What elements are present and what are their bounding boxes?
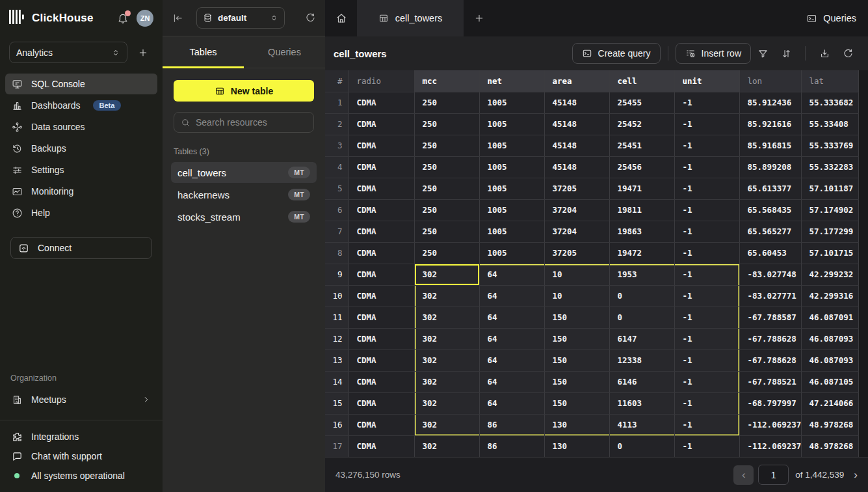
grid-cell[interactable]: 37204 [544, 199, 609, 221]
grid-cell[interactable]: 19863 [609, 221, 674, 242]
grid-cell[interactable]: 48.978268 [801, 435, 858, 457]
grid-cell[interactable]: 4113 [609, 414, 674, 435]
grid-cell[interactable]: CDMA [349, 199, 414, 221]
grid-cell[interactable]: 1005 [479, 178, 544, 199]
grid-cell[interactable]: CDMA [349, 392, 414, 414]
sidebar-item-settings[interactable]: Settings [5, 159, 157, 180]
sidebar-item-dashboards[interactable]: Dashboards Beta [5, 95, 157, 116]
grid-cell[interactable]: 150 [544, 349, 609, 371]
grid-cell[interactable]: CDMA [349, 113, 414, 135]
grid-row-number[interactable]: 7 [325, 221, 349, 242]
grid-cell[interactable]: -1 [674, 264, 739, 285]
page-prev-button[interactable]: ‹ [733, 465, 754, 485]
grid-cell[interactable]: 25452 [609, 113, 674, 135]
grid-cell[interactable]: 1005 [479, 113, 544, 135]
grid-cell[interactable]: 55.33408 [801, 113, 858, 135]
grid-cell[interactable]: 1005 [479, 156, 544, 178]
grid-cell[interactable]: -1 [674, 285, 739, 307]
grid-cell[interactable]: -67.788628 [739, 328, 801, 349]
notifications-bell-icon[interactable] [117, 12, 129, 24]
grid-cell[interactable]: 46.087091 [801, 307, 858, 328]
grid-cell[interactable]: 45148 [544, 135, 609, 156]
grid-cell[interactable]: 85.912436 [739, 92, 801, 113]
new-tab-button[interactable] [464, 0, 495, 36]
grid-column-header[interactable]: net [479, 70, 544, 92]
grid-cell[interactable]: 25455 [609, 92, 674, 113]
grid-row-number[interactable]: 9 [325, 264, 349, 285]
grid-cell[interactable]: 25456 [609, 156, 674, 178]
collapse-panel-icon[interactable] [172, 12, 183, 24]
grid-column-header[interactable]: radio [349, 70, 414, 92]
grid-column-header[interactable]: mcc [414, 70, 479, 92]
grid-cell[interactable]: -112.069237 [739, 414, 801, 435]
table-list-item[interactable]: cell_towersMT [171, 162, 317, 183]
grid-row-number[interactable]: 6 [325, 199, 349, 221]
grid-cell[interactable]: 65.568435 [739, 199, 801, 221]
grid-cell[interactable]: CDMA [349, 156, 414, 178]
tab-queries[interactable]: Queries [244, 36, 325, 68]
grid-cell[interactable]: 130 [544, 414, 609, 435]
grid-cell[interactable]: 250 [414, 242, 479, 264]
grid-cell[interactable]: -67.788628 [739, 349, 801, 371]
grid-cell[interactable]: 25451 [609, 135, 674, 156]
grid-cell[interactable]: 19472 [609, 242, 674, 264]
grid-cell[interactable]: 64 [479, 349, 544, 371]
grid-cell[interactable]: 65.565277 [739, 221, 801, 242]
grid-cell[interactable]: CDMA [349, 221, 414, 242]
new-table-button[interactable]: New table [174, 80, 314, 102]
grid-cell[interactable]: 1005 [479, 135, 544, 156]
workspace-selector[interactable]: Analytics [9, 42, 127, 63]
grid-cell[interactable]: 150 [544, 371, 609, 392]
download-button[interactable] [813, 43, 836, 64]
grid-cell[interactable]: 46.087105 [801, 371, 858, 392]
grid-cell[interactable]: 250 [414, 156, 479, 178]
grid-cell[interactable]: 55.333682 [801, 92, 858, 113]
sidebar-item-data-sources[interactable]: Data sources [5, 116, 157, 137]
grid-column-header[interactable]: area [544, 70, 609, 92]
filter-button[interactable] [751, 43, 774, 64]
grid-cell[interactable]: 57.101715 [801, 242, 858, 264]
grid-cell[interactable]: 250 [414, 113, 479, 135]
grid-cell[interactable]: 64 [479, 328, 544, 349]
grid-cell[interactable]: 64 [479, 371, 544, 392]
search-input[interactable] [196, 117, 313, 128]
grid-cell[interactable]: CDMA [349, 328, 414, 349]
grid-cell[interactable]: 150 [544, 307, 609, 328]
sidebar-item-integrations[interactable]: Integrations [5, 427, 157, 446]
grid-cell[interactable]: 302 [414, 285, 479, 307]
grid-cell[interactable]: 11603 [609, 392, 674, 414]
grid-cell[interactable]: 10 [544, 264, 609, 285]
grid-row-number[interactable]: 16 [325, 414, 349, 435]
grid-row-number[interactable]: 3 [325, 135, 349, 156]
grid-cell[interactable]: -112.069237 [739, 435, 801, 457]
page-next-button[interactable]: › [854, 469, 858, 482]
grid-cell[interactable]: -83.027771 [739, 285, 801, 307]
grid-cell[interactable]: 65.60453 [739, 242, 801, 264]
grid-cell[interactable]: 302 [414, 392, 479, 414]
grid-cell[interactable]: -1 [674, 371, 739, 392]
grid-cell[interactable]: 19471 [609, 178, 674, 199]
grid-cell[interactable]: 250 [414, 199, 479, 221]
grid-cell[interactable]: 37204 [544, 221, 609, 242]
grid-cell[interactable]: 57.101187 [801, 178, 858, 199]
table-list-item[interactable]: stocks_streamMT [171, 206, 317, 227]
grid-cell[interactable]: CDMA [349, 435, 414, 457]
grid-cell[interactable]: 302 [414, 371, 479, 392]
grid-cell[interactable]: 10 [544, 285, 609, 307]
grid-active-cell[interactable]: 302 [414, 264, 479, 285]
connect-button[interactable]: Connect [10, 237, 152, 259]
sidebar-item-sql-console[interactable]: SQL Console [5, 74, 157, 94]
grid-row-number[interactable]: 17 [325, 435, 349, 457]
grid-cell[interactable]: 0 [609, 435, 674, 457]
sidebar-item-backups[interactable]: Backups [5, 138, 157, 159]
grid-cell[interactable]: 64 [479, 264, 544, 285]
user-avatar[interactable]: ZN [137, 10, 153, 27]
grid-row-number-header[interactable]: # [325, 70, 349, 92]
page-number-input[interactable] [758, 465, 789, 485]
sidebar-item-help[interactable]: Help [5, 202, 157, 223]
grid-cell[interactable]: -1 [674, 199, 739, 221]
grid-cell[interactable]: 6146 [609, 371, 674, 392]
grid-cell[interactable]: 1953 [609, 264, 674, 285]
grid-cell[interactable]: 302 [414, 328, 479, 349]
refresh-tables-icon[interactable] [305, 12, 316, 23]
